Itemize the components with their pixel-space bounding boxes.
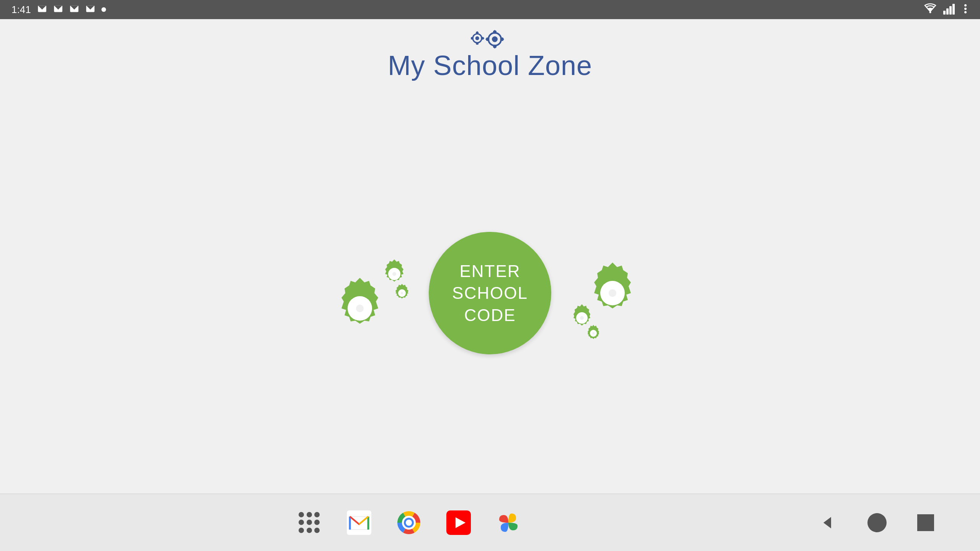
svg-point-41 bbox=[609, 289, 616, 297]
svg-point-8 bbox=[929, 11, 931, 13]
overflow-menu-icon[interactable] bbox=[962, 3, 969, 16]
svg-rect-19 bbox=[476, 42, 479, 45]
dot-indicator bbox=[101, 7, 106, 12]
grid-dot bbox=[314, 512, 320, 517]
svg-point-17 bbox=[475, 36, 479, 40]
app-logo bbox=[471, 27, 509, 50]
left-gears bbox=[322, 243, 421, 343]
back-button[interactable] bbox=[818, 513, 837, 532]
notif-icon-1 bbox=[37, 5, 47, 15]
grid-dot bbox=[307, 520, 312, 525]
enter-school-btn-label: ENTER SCHOOL CODE bbox=[452, 260, 528, 326]
notif-icon-2 bbox=[53, 5, 63, 15]
svg-rect-11 bbox=[949, 6, 952, 15]
gear-area: ENTER SCHOOL CODE bbox=[322, 232, 658, 354]
svg-point-50 bbox=[406, 520, 412, 526]
svg-rect-20 bbox=[471, 37, 474, 40]
grid-dot bbox=[299, 512, 304, 517]
wifi-icon bbox=[923, 3, 938, 16]
svg-point-14 bbox=[964, 8, 967, 10]
main-content: My School Zone bbox=[0, 19, 980, 494]
notif-icon-4 bbox=[85, 5, 95, 15]
notif-icon-3 bbox=[69, 5, 79, 15]
grid-dot bbox=[307, 512, 312, 517]
apps-grid-icon[interactable] bbox=[296, 509, 323, 536]
svg-point-45 bbox=[592, 332, 595, 334]
svg-rect-9 bbox=[943, 11, 946, 15]
svg-point-15 bbox=[964, 11, 967, 13]
chrome-icon[interactable] bbox=[395, 509, 422, 536]
grid-dot bbox=[299, 528, 304, 533]
app-header: My School Zone bbox=[388, 19, 592, 81]
status-bar: 1:41 bbox=[0, 0, 980, 19]
grid-dot bbox=[314, 520, 320, 525]
svg-marker-53 bbox=[823, 517, 831, 528]
google-photos-icon[interactable] bbox=[495, 509, 522, 536]
enter-school-code-button[interactable]: ENTER SCHOOL CODE bbox=[429, 232, 551, 354]
nav-bar bbox=[0, 494, 980, 551]
home-button[interactable] bbox=[867, 513, 887, 532]
time-display: 1:41 bbox=[11, 4, 31, 16]
signal-icon bbox=[943, 3, 957, 16]
grid-dot bbox=[299, 520, 304, 525]
svg-rect-10 bbox=[946, 8, 949, 15]
svg-rect-12 bbox=[952, 4, 955, 15]
svg-point-37 bbox=[392, 272, 396, 276]
gmail-icon[interactable] bbox=[346, 509, 372, 536]
svg-point-39 bbox=[401, 292, 403, 294]
svg-point-43 bbox=[580, 316, 584, 320]
svg-point-35 bbox=[356, 305, 364, 312]
app-title: My School Zone bbox=[388, 50, 592, 81]
youtube-icon[interactable] bbox=[445, 509, 472, 536]
grid-dot bbox=[307, 528, 312, 533]
right-gears bbox=[559, 243, 658, 343]
recents-button[interactable] bbox=[917, 514, 934, 531]
svg-point-13 bbox=[964, 4, 967, 7]
grid-dot bbox=[314, 528, 320, 533]
svg-point-25 bbox=[492, 36, 498, 42]
